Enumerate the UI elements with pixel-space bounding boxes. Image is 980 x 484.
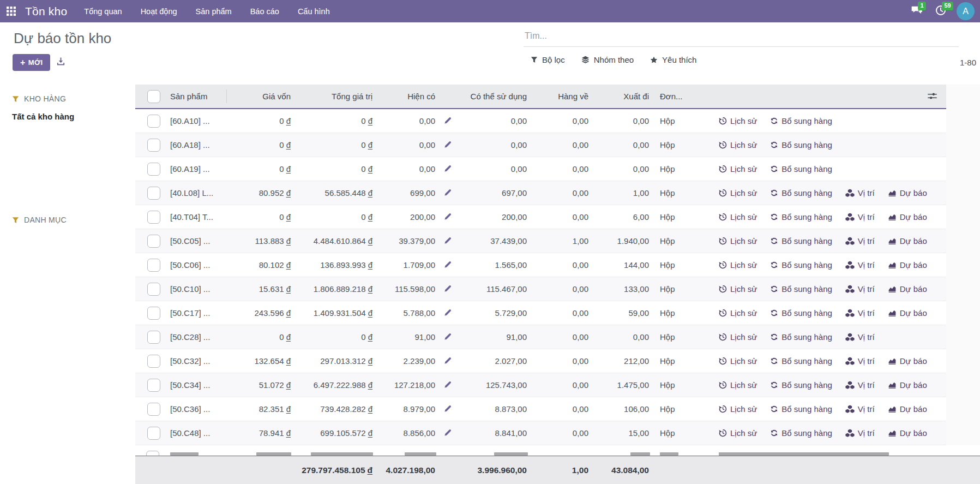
product-name[interactable]: [50.C28] ... <box>169 332 226 342</box>
forecast-button[interactable]: Dự báo <box>888 284 927 294</box>
select-all-checkbox[interactable] <box>147 90 160 103</box>
app-brand[interactable]: Tồn kho <box>25 5 67 18</box>
location-button[interactable]: Vị trí <box>845 284 875 294</box>
row-checkbox[interactable] <box>147 163 160 176</box>
group-by-button[interactable]: Nhóm theo <box>581 55 634 64</box>
product-name[interactable]: [60.A10] ... <box>169 116 226 126</box>
optional-columns-icon[interactable] <box>927 92 937 102</box>
row-checkbox[interactable] <box>147 403 160 416</box>
row-checkbox[interactable] <box>147 211 160 224</box>
row-checkbox[interactable] <box>147 379 160 392</box>
product-name[interactable]: [50.C32] ... <box>169 356 226 366</box>
edit-pencil-icon[interactable] <box>443 357 452 365</box>
history-button[interactable]: Lịch sử <box>719 404 757 414</box>
history-button[interactable]: Lịch sử <box>719 356 757 366</box>
col-header-on-hand[interactable]: Hiện có <box>374 92 436 101</box>
product-name[interactable]: [60.A19] ... <box>169 164 226 174</box>
product-name[interactable]: [50.C48] ... <box>169 428 226 438</box>
export-download-icon[interactable] <box>56 57 65 68</box>
history-button[interactable]: Lịch sử <box>719 380 757 390</box>
menu-reports[interactable]: Báo cáo <box>241 0 288 22</box>
sidebar-item-all-warehouses[interactable]: Tất cả kho hàng <box>12 112 135 121</box>
forecast-button[interactable]: Dự báo <box>888 380 927 390</box>
forecast-button[interactable]: Dự báo <box>888 356 927 366</box>
forecast-button[interactable]: Dự báo <box>888 236 927 246</box>
replenish-button[interactable]: Bổ sung hàng <box>770 428 832 438</box>
row-checkbox[interactable] <box>147 355 160 368</box>
location-button[interactable]: Vị trí <box>845 188 875 198</box>
history-button[interactable]: Lịch sử <box>719 236 757 246</box>
history-button[interactable]: Lịch sử <box>719 188 757 198</box>
forecast-button[interactable]: Dự báo <box>888 212 927 222</box>
product-name[interactable]: [40.L08] L... <box>169 188 226 198</box>
product-name[interactable]: [40.T04] T... <box>169 212 226 222</box>
filters-button[interactable]: Bộ lọc <box>531 55 565 64</box>
history-button[interactable]: Lịch sử <box>719 284 757 294</box>
location-button[interactable]: Vị trí <box>845 428 875 438</box>
menu-configuration[interactable]: Cấu hình <box>288 0 339 22</box>
row-checkbox[interactable] <box>147 259 160 272</box>
history-button[interactable]: Lịch sử <box>719 212 757 222</box>
forecast-button[interactable]: Dự báo <box>888 308 927 318</box>
history-button[interactable]: Lịch sử <box>719 164 757 174</box>
location-button[interactable]: Vị trí <box>845 332 875 342</box>
product-name[interactable]: [50.C36] ... <box>169 404 226 414</box>
replenish-button[interactable]: Bổ sung hàng <box>770 380 832 390</box>
activities-icon[interactable]: 59 <box>933 3 949 20</box>
row-checkbox[interactable] <box>147 283 160 296</box>
edit-pencil-icon[interactable] <box>443 405 452 413</box>
menu-products[interactable]: Sản phẩm <box>187 0 241 22</box>
edit-pencil-icon[interactable] <box>443 261 452 269</box>
edit-pencil-icon[interactable] <box>443 165 452 173</box>
product-name[interactable]: [50.C34] ... <box>169 380 226 390</box>
edit-pencil-icon[interactable] <box>443 285 452 293</box>
location-button[interactable]: Vị trí <box>845 308 875 318</box>
edit-pencil-icon[interactable] <box>443 381 452 389</box>
replenish-button[interactable]: Bổ sung hàng <box>770 332 832 342</box>
location-button[interactable]: Vị trí <box>845 380 875 390</box>
new-button[interactable]: + MỚI <box>13 54 50 71</box>
replenish-button[interactable]: Bổ sung hàng <box>770 284 832 294</box>
product-name[interactable]: [50.C10] ... <box>169 284 226 294</box>
forecast-button[interactable]: Dự báo <box>888 188 927 198</box>
replenish-button[interactable]: Bổ sung hàng <box>770 308 832 318</box>
apps-grid-icon[interactable] <box>0 7 22 16</box>
replenish-button[interactable]: Bổ sung hàng <box>770 140 832 150</box>
history-button[interactable]: Lịch sử <box>719 308 757 318</box>
location-button[interactable]: Vị trí <box>845 404 875 414</box>
replenish-button[interactable]: Bổ sung hàng <box>770 260 832 270</box>
history-button[interactable]: Lịch sử <box>719 140 757 150</box>
replenish-button[interactable]: Bổ sung hàng <box>770 116 832 126</box>
search-input[interactable] <box>524 29 959 46</box>
row-checkbox[interactable] <box>147 307 160 320</box>
history-button[interactable]: Lịch sử <box>719 116 757 126</box>
replenish-button[interactable]: Bổ sung hàng <box>770 356 832 366</box>
replenish-button[interactable]: Bổ sung hàng <box>770 236 832 246</box>
replenish-button[interactable]: Bổ sung hàng <box>770 164 832 174</box>
user-avatar[interactable]: A <box>957 2 975 20</box>
col-header-total-value[interactable]: Tổng giá trị <box>292 92 374 101</box>
location-button[interactable]: Vị trí <box>845 212 875 222</box>
col-header-outgoing[interactable]: Xuất đi <box>590 92 650 101</box>
location-button[interactable]: Vị trí <box>845 356 875 366</box>
messages-icon[interactable]: 1 <box>909 3 925 20</box>
edit-pencil-icon[interactable] <box>443 141 452 149</box>
col-header-incoming[interactable]: Hàng về <box>528 92 590 101</box>
menu-operations[interactable]: Hoạt động <box>131 0 187 22</box>
history-button[interactable]: Lịch sử <box>719 332 757 342</box>
menu-overview[interactable]: Tổng quan <box>75 0 131 22</box>
edit-pencil-icon[interactable] <box>443 333 452 341</box>
col-header-product[interactable]: Sản phẩm <box>169 92 226 101</box>
edit-pencil-icon[interactable] <box>443 237 452 245</box>
replenish-button[interactable]: Bổ sung hàng <box>770 188 832 198</box>
edit-pencil-icon[interactable] <box>443 309 452 317</box>
edit-pencil-icon[interactable] <box>443 117 452 125</box>
row-checkbox[interactable] <box>147 187 160 200</box>
location-button[interactable]: Vị trí <box>845 236 875 246</box>
col-header-cost[interactable]: Giá vốn <box>226 92 292 101</box>
row-checkbox[interactable] <box>147 427 160 440</box>
favorites-button[interactable]: Yêu thích <box>650 55 696 64</box>
row-checkbox[interactable] <box>147 331 160 344</box>
edit-pencil-icon[interactable] <box>443 189 452 197</box>
product-name[interactable]: [60.A18] ... <box>169 140 226 150</box>
